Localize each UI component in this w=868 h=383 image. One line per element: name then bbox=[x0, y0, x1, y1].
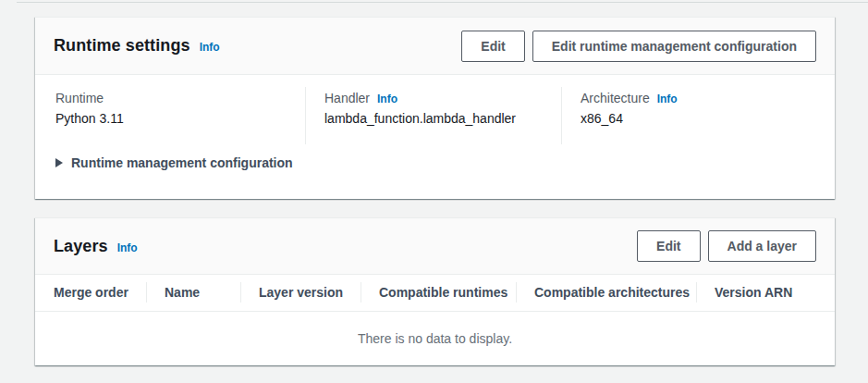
empty-state-message: There is no data to display. bbox=[358, 331, 512, 346]
section-divider bbox=[17, 2, 868, 3]
handler-value: lambda_function.lambda_handler bbox=[324, 109, 543, 128]
column-header-merge-order: Merge order bbox=[35, 275, 146, 311]
runtime-field: Runtime Python 3.11 bbox=[35, 87, 305, 144]
handler-label: Handler bbox=[324, 89, 370, 107]
runtime-label: Runtime bbox=[55, 89, 104, 107]
column-header-compatible-architectures: Compatible architectures bbox=[516, 275, 696, 311]
layers-table-header-row: Merge order Name Layer version Compatibl… bbox=[35, 275, 835, 311]
layers-table: Merge order Name Layer version Compatibl… bbox=[35, 275, 835, 312]
architecture-info-link[interactable]: Info bbox=[657, 93, 678, 105]
runtime-value: Python 3.11 bbox=[55, 109, 287, 128]
layers-card: Layers Info Edit Add a layer Merge order… bbox=[35, 217, 835, 365]
add-a-layer-button[interactable]: Add a layer bbox=[708, 230, 816, 262]
runtime-settings-card: Runtime settings Info Edit Edit runtime … bbox=[35, 17, 835, 199]
handler-info-link[interactable]: Info bbox=[377, 93, 397, 105]
edit-runtime-management-configuration-button[interactable]: Edit runtime management configuration bbox=[532, 31, 816, 62]
architecture-label: Architecture bbox=[581, 89, 650, 107]
handler-field: Handler Info lambda_function.lambda_hand… bbox=[305, 87, 561, 144]
column-header-compatible-runtimes: Compatible runtimes bbox=[361, 275, 516, 311]
column-header-name: Name bbox=[146, 275, 240, 311]
caret-right-icon bbox=[55, 158, 63, 167]
layers-header: Layers Info Edit Add a layer bbox=[35, 218, 835, 275]
runtime-settings-fields: Runtime Python 3.11 Handler Info lambda_… bbox=[35, 75, 835, 144]
runtime-settings-info-link[interactable]: Info bbox=[200, 41, 220, 54]
edit-runtime-settings-button[interactable]: Edit bbox=[461, 31, 524, 62]
architecture-value: x86_64 bbox=[581, 109, 816, 128]
layers-empty-state: There is no data to display. bbox=[35, 312, 835, 366]
architecture-field: Architecture Info x86_64 bbox=[561, 87, 835, 144]
runtime-management-configuration-label: Runtime management configuration bbox=[71, 155, 293, 170]
runtime-settings-header: Runtime settings Info Edit Edit runtime … bbox=[35, 18, 835, 75]
column-header-version-arn: Version ARN bbox=[696, 275, 835, 311]
runtime-settings-title: Runtime settings bbox=[54, 36, 190, 56]
layers-title: Layers bbox=[54, 237, 108, 256]
edit-layers-button[interactable]: Edit bbox=[637, 230, 700, 262]
runtime-management-configuration-expander[interactable]: Runtime management configuration bbox=[35, 144, 835, 170]
layers-info-link[interactable]: Info bbox=[117, 241, 138, 254]
column-header-layer-version: Layer version bbox=[240, 275, 361, 311]
